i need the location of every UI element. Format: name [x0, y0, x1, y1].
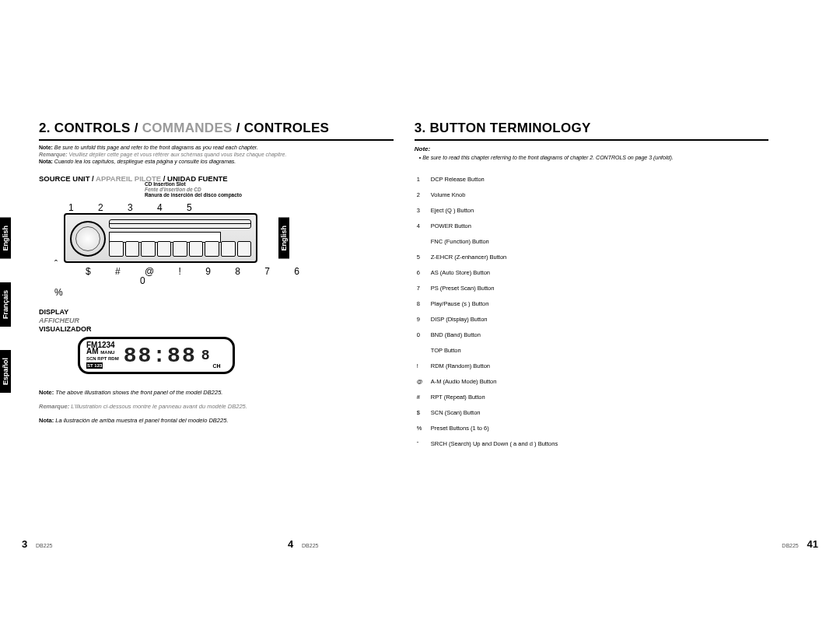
button-number: 7 — [416, 282, 429, 296]
lcd-ch: CH — [213, 363, 221, 369]
section-heading-terminology: 3. BUTTON TERMINOLOGY — [415, 121, 769, 136]
button-list-row: !RDM (Random) Button — [416, 359, 558, 373]
callout-left-2: % — [54, 278, 63, 306]
button-desc: POWER Button — [430, 219, 558, 233]
cd-lbl-fr: Fente d'insertion de CD — [145, 187, 394, 192]
button-number: $ — [416, 406, 429, 420]
unfold-note: Note: Be sure to unfold this page and re… — [39, 144, 394, 165]
button-desc: Eject (Q ) Button — [430, 204, 558, 218]
heading-prefix: 2. — [39, 121, 54, 135]
button-desc: Volume Knob — [430, 188, 558, 202]
page-footer-4: 4 DB225 — [288, 538, 318, 550]
button-list-row: ˆSRCH (Search) Up and Down ( a and d ) B… — [416, 437, 558, 451]
button-number — [416, 235, 429, 249]
lcd-am: AM — [86, 347, 99, 355]
button-number: 5 — [416, 250, 429, 264]
heading-rule-left — [39, 139, 394, 141]
heading-es: CONTROLES — [244, 121, 329, 135]
lcd-segment: 88:88 — [124, 344, 197, 368]
button-number: 9 — [416, 313, 429, 327]
fig-fr: L'illustration ci-dessous montre le pann… — [69, 403, 247, 410]
lcd-row3: ST 123 — [86, 362, 103, 369]
note-es: Cuando lea los capítulos, despliegue est… — [53, 159, 236, 164]
button-desc: SRCH (Search) Up and Down ( a and d ) Bu… — [430, 437, 558, 451]
fig-es: La ilustración de arriba muestra el pane… — [54, 417, 228, 424]
callout-left-1: ˆ — [54, 250, 63, 278]
page-controls: 2. CONTROLS / COMMANDES / CONTROLES Note… — [22, 121, 399, 545]
callouts-top: 1 2 3 4 5 — [39, 202, 394, 213]
note-en: Be sure to unfold this page and refer to… — [53, 145, 258, 150]
button-list-row: 7PS (Preset Scan) Button — [416, 282, 558, 296]
display-es: VISUALIZADOR — [39, 325, 394, 334]
cd-lbl-en: CD Insertion Slot — [145, 181, 394, 187]
preset-buttons-graphic — [109, 241, 251, 257]
radio-front-panel — [64, 213, 257, 263]
page-footer-3: 3 DB225 — [22, 538, 52, 550]
button-desc: RDM (Random) Button — [430, 359, 558, 373]
heading-sep-1: / — [131, 121, 142, 135]
button-desc: BND (Band) Button — [430, 328, 558, 342]
button-number: 1 — [416, 173, 429, 187]
lcd-figure: FM1234 AM MANU SCN RPT RDM ST 123 88:88 … — [78, 337, 235, 374]
cd-lbl-es: Ranura de inserción del disco compacto — [145, 192, 394, 198]
button-number: ! — [416, 359, 429, 373]
lcd-indicators: FM1234 AM MANU SCN RPT RDM ST 123 — [86, 342, 119, 369]
heading-en: CONTROLS — [54, 121, 131, 135]
button-list-row: TOP Button — [416, 344, 558, 358]
button-desc: RPT (Repeat) Button — [430, 390, 558, 404]
button-desc: A-M (Audio Mode) Button — [430, 375, 558, 389]
sub-en: SOURCE UNIT — [39, 174, 89, 183]
section-heading-controls: 2. CONTROLS / COMMANDES / CONTROLES — [39, 121, 394, 136]
button-list-row: FNC (Function) Button — [416, 235, 558, 249]
button-number: 3 — [416, 204, 429, 218]
cd-slot-graphic — [109, 219, 251, 229]
button-desc: TOP Button — [430, 344, 558, 358]
lcd-manu: MANU — [100, 350, 114, 355]
button-desc: AS (Auto Store) Button — [430, 266, 558, 280]
button-number: 6 — [416, 266, 429, 280]
button-desc: DISP (Display) Button — [430, 313, 558, 327]
tab-english-left: English — [0, 218, 11, 259]
fig-en: The above illustration shows the front p… — [54, 389, 222, 396]
button-desc: PS (Preset Scan) Button — [430, 282, 558, 296]
button-list-row: 4POWER Button — [416, 219, 558, 233]
button-number: 0 — [416, 328, 429, 342]
cd-slot-label: CD Insertion Slot Fente d'insertion de C… — [145, 181, 394, 198]
button-list-row: 2Volume Knob — [416, 188, 558, 202]
button-number: 4 — [416, 219, 429, 233]
button-number: ˆ — [416, 437, 429, 451]
fig-en-label: Note: — [39, 389, 54, 396]
note-fr: Veuillez déplier cette page et vous réfé… — [68, 152, 287, 157]
heading-sep-2: / — [233, 121, 244, 135]
page-num-4: 4 — [288, 538, 293, 550]
button-list-row: 6AS (Auto Store) Button — [416, 266, 558, 280]
heading-rule-right — [415, 139, 769, 141]
page-blank — [773, 121, 818, 545]
bt-note-head: Note: — [415, 145, 769, 152]
button-number — [416, 344, 429, 358]
button-list: 1DCP Release Button2Volume Knob3Eject (Q… — [415, 171, 560, 453]
note-es-label: Nota: — [39, 159, 53, 164]
button-number: % — [416, 422, 429, 436]
heading-fr: COMMANDES — [142, 121, 233, 135]
manual-spread: English Français Español English 2. CONT… — [0, 0, 840, 623]
volume-knob-graphic — [70, 221, 106, 257]
button-desc: Preset Buttons (1 to 6) — [430, 422, 558, 436]
fig-es-label: Nota: — [39, 417, 54, 424]
page-num-3: 3 — [22, 538, 27, 550]
fig-fr-label: Remarque: — [39, 403, 69, 410]
button-list-row: %Preset Buttons (1 to 6) — [416, 422, 558, 436]
page-button-terminology: 3. BUTTON TERMINOLOGY Note: Be sure to r… — [399, 121, 774, 545]
front-panel-diagram: 1 2 3 4 5 ˆ % $ # @ ! 9 8 7 6 0 — [39, 202, 394, 286]
display-subtitle: DISPLAY AFFICHEUR VISUALIZADOR — [39, 308, 394, 334]
button-desc: Play/Pause (s ) Button — [430, 297, 558, 311]
note-en-label: Note: — [39, 145, 53, 150]
language-tabs-left: English Français Español — [0, 218, 11, 393]
button-number: 2 — [416, 188, 429, 202]
button-number: @ — [416, 375, 429, 389]
button-list-row: 8Play/Pause (s ) Button — [416, 297, 558, 311]
button-list-row: @A-M (Audio Mode) Button — [416, 375, 558, 389]
lcd-row2: SCN RPT RDM — [86, 355, 119, 362]
tab-espanol-left: Español — [0, 350, 11, 393]
button-list-row: 0BND (Band) Button — [416, 328, 558, 342]
